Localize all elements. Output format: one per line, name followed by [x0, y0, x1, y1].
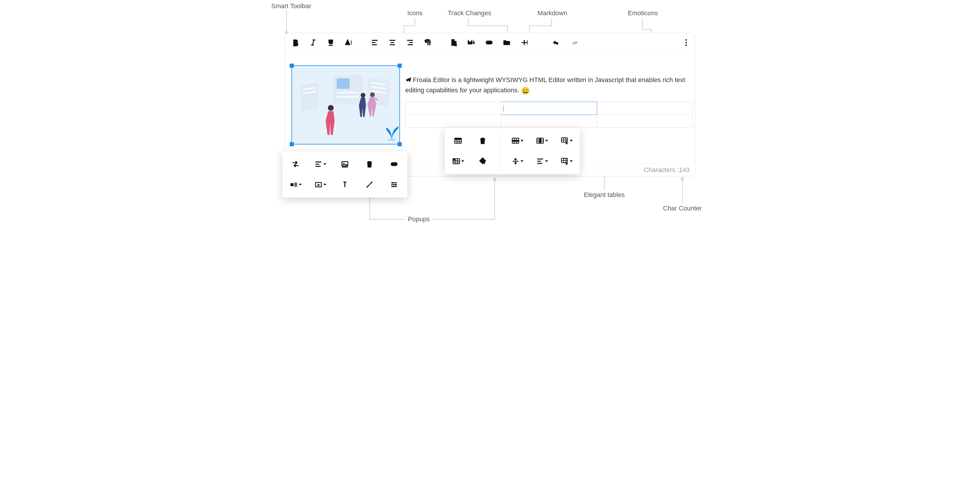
table-cell-style-button[interactable]: [556, 152, 577, 171]
insert-link-button[interactable]: [482, 35, 496, 49]
table-cell[interactable]: [406, 115, 501, 128]
more-paragraph-button[interactable]: [420, 35, 434, 49]
content-paragraph[interactable]: Froala Editor is a lightweight WYSIWYG H…: [405, 75, 687, 97]
svg-point-6: [493, 178, 496, 181]
placeholder-illustration: [292, 66, 399, 144]
svg-point-17: [527, 43, 528, 44]
content-table[interactable]: [405, 102, 693, 128]
svg-point-13: [430, 42, 431, 43]
image-alt-button[interactable]: [334, 175, 355, 194]
image-size-button[interactable]: [359, 175, 380, 194]
svg-point-20: [686, 44, 687, 46]
table-cell[interactable]: [406, 102, 501, 115]
image-display-button[interactable]: [285, 175, 306, 194]
image-edit-popup: [282, 151, 407, 198]
table-cell[interactable]: [597, 102, 692, 115]
svg-point-12: [430, 40, 431, 41]
italic-button[interactable]: [306, 35, 320, 49]
svg-rect-37: [539, 138, 541, 143]
svg-rect-33: [455, 138, 461, 140]
resize-handle-tr[interactable]: [398, 63, 402, 68]
table-row[interactable]: [406, 102, 693, 115]
char-counter-value: 143: [679, 166, 690, 174]
table-column-button[interactable]: [531, 131, 552, 150]
table-cell[interactable]: [501, 115, 597, 128]
underline-button[interactable]: [324, 35, 338, 49]
table-row[interactable]: [406, 115, 693, 128]
table-remove-button[interactable]: [473, 131, 493, 150]
table-cell-valign-button[interactable]: [507, 152, 528, 171]
svg-point-18: [686, 39, 687, 40]
track-changes-button[interactable]: [447, 35, 461, 49]
image-replace-button[interactable]: [285, 155, 306, 173]
image-remove-button[interactable]: [359, 155, 380, 173]
smart-toolbar: [285, 33, 695, 52]
svg-point-15: [527, 40, 528, 41]
svg-point-10: [351, 42, 352, 43]
svg-point-23: [370, 92, 375, 97]
svg-point-22: [361, 93, 365, 98]
selected-image[interactable]: [291, 65, 400, 144]
svg-point-30: [395, 184, 396, 186]
table-cell-background-button[interactable]: [473, 152, 493, 171]
table-cell-halign-button[interactable]: [531, 152, 552, 171]
svg-point-29: [392, 182, 393, 184]
svg-point-11: [351, 43, 352, 44]
svg-point-14: [430, 43, 431, 44]
svg-rect-35: [512, 140, 519, 142]
resize-handle-bl[interactable]: [290, 142, 294, 146]
image-caption-button[interactable]: [334, 155, 355, 173]
svg-point-16: [527, 42, 528, 43]
svg-point-31: [393, 186, 394, 187]
more-rich-button[interactable]: [517, 35, 531, 49]
table-cell-button[interactable]: [448, 152, 468, 171]
svg-point-19: [686, 41, 687, 43]
popup-separator: [500, 152, 500, 171]
image-advanced-button[interactable]: [384, 175, 404, 194]
paper-plane-icon: [405, 76, 412, 82]
undo-button[interactable]: [549, 35, 563, 49]
svg-rect-27: [291, 183, 294, 186]
table-row-button[interactable]: [507, 131, 528, 150]
table-style-button[interactable]: [556, 131, 577, 150]
image-align-button[interactable]: [310, 155, 331, 173]
markdown-button[interactable]: [465, 35, 479, 49]
table-cell[interactable]: [597, 115, 692, 128]
table-cell-active[interactable]: [501, 102, 597, 115]
svg-point-9: [351, 40, 352, 41]
svg-point-21: [328, 105, 334, 111]
resize-handle-tl[interactable]: [290, 63, 294, 68]
popup-separator: [500, 131, 500, 150]
image-style-button[interactable]: [310, 175, 331, 194]
insert-files-button[interactable]: [500, 35, 514, 49]
svg-point-24: [388, 139, 396, 141]
align-center-button[interactable]: [385, 35, 399, 49]
image-link-button[interactable]: [384, 155, 404, 173]
more-misc-button[interactable]: [679, 35, 693, 49]
resize-handle-br[interactable]: [398, 142, 402, 146]
smiley-emoji-icon: 😀: [521, 87, 530, 95]
align-left-button[interactable]: [368, 35, 382, 49]
table-header-button[interactable]: [448, 131, 468, 150]
char-counter-label: Characters :: [644, 166, 679, 174]
align-right-button[interactable]: [403, 35, 417, 49]
svg-point-8: [681, 177, 684, 180]
bold-button[interactable]: [288, 35, 302, 49]
content-text: Froala Editor is a lightweight WYSIWYG H…: [405, 76, 685, 94]
more-text-button[interactable]: [341, 35, 355, 49]
redo-button[interactable]: [567, 35, 581, 49]
table-edit-popup: [445, 128, 580, 174]
